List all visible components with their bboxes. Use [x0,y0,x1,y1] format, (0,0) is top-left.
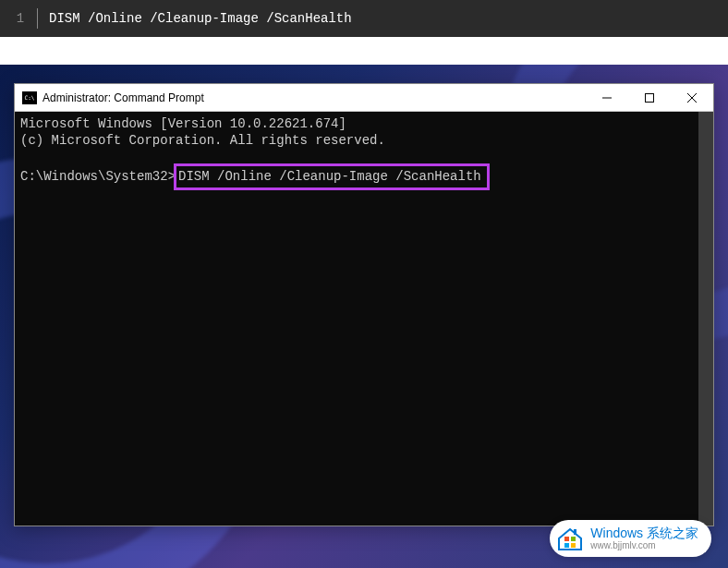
maximize-button[interactable] [628,84,671,111]
terminal-prompt: C:\Windows\System32> [20,168,176,185]
code-command-text: DISM /Online /Cleanup-Image /ScanHealth [49,11,352,26]
terminal-prompt-line: C:\Windows\System32>DISM /Online /Cleanu… [20,163,708,189]
svg-rect-5 [571,537,576,541]
svg-rect-8 [574,529,576,535]
svg-rect-4 [564,537,569,541]
window-title-bar[interactable]: Administrator: Command Prompt [15,84,713,112]
watermark-badge: Windows 系统之家 www.bjjmlv.com [550,520,711,557]
code-snippet-header: 1 DISM /Online /Cleanup-Image /ScanHealt… [0,0,728,37]
terminal-body[interactable]: Microsoft Windows [Version 10.0.22621.67… [15,112,713,526]
window-title: Administrator: Command Prompt [42,91,586,104]
divider [37,8,38,29]
svg-rect-1 [646,93,654,102]
desktop-screenshot: Administrator: Command Prompt Microsoft … [0,65,728,568]
window-controls [586,84,713,111]
house-logo-icon [555,524,585,553]
watermark-url: www.bjjmlv.com [590,540,698,550]
close-button[interactable] [671,84,713,111]
scrollbar-thumb[interactable] [698,112,713,526]
svg-rect-7 [571,543,576,548]
minimize-button[interactable] [586,84,628,111]
watermark-text-group: Windows 系统之家 www.bjjmlv.com [590,526,698,550]
vertical-scrollbar[interactable] [698,112,713,526]
highlighted-command: DISM /Online /Cleanup-Image /ScanHealth [174,163,490,189]
terminal-output-line: (c) Microsoft Corporation. All rights re… [20,132,708,149]
maximize-icon [645,93,654,103]
line-number: 1 [11,11,30,26]
minimize-icon [602,93,612,103]
close-icon [687,93,697,103]
terminal-output-line: Microsoft Windows [Version 10.0.22621.67… [20,115,708,132]
cmd-icon [22,91,37,104]
svg-rect-6 [564,543,569,548]
watermark-title: Windows 系统之家 [590,526,698,540]
command-prompt-window: Administrator: Command Prompt Microsoft … [14,83,714,526]
